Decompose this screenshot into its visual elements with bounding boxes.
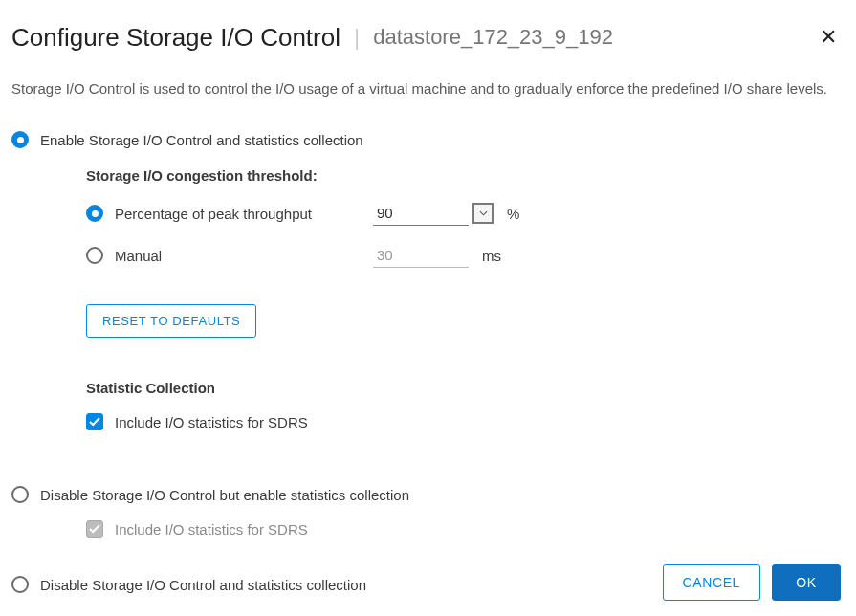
checkbox-disabled-icon (86, 520, 103, 538)
dialog-description: Storage I/O Control is used to control t… (11, 80, 845, 97)
dialog-title: Configure Storage I/O Control (11, 23, 340, 53)
datastore-name: datastore_172_23_9_192 (373, 25, 613, 50)
manual-input-group: ms (373, 243, 501, 268)
radio-unselected-icon[interactable] (11, 486, 29, 503)
include-sdrs-row[interactable]: Include I/O statistics for SDRS (86, 413, 845, 430)
threshold-manual-label: Manual (115, 248, 373, 264)
threshold-percentage-label: Percentage of peak throughput (115, 206, 373, 222)
include-sdrs-label: Include I/O statistics for SDRS (115, 414, 308, 430)
threshold-percentage-radio-group[interactable]: Percentage of peak throughput (86, 205, 373, 222)
percentage-unit: % (507, 206, 519, 222)
threshold-manual-radio-group[interactable]: Manual (86, 247, 373, 264)
radio-unselected-icon[interactable] (11, 576, 29, 593)
chevron-down-icon[interactable] (472, 203, 494, 224)
manual-input (373, 243, 469, 268)
dialog-header: Configure Storage I/O Control | datastor… (11, 11, 845, 71)
checkbox-checked-icon[interactable] (86, 413, 103, 430)
threshold-manual-row: Manual ms (86, 243, 845, 268)
cancel-button[interactable]: CANCEL (663, 564, 760, 601)
manual-unit: ms (482, 248, 501, 264)
option-disable-with-stats-row[interactable]: Disable Storage I/O Control but enable s… (11, 486, 845, 503)
threshold-section: Storage I/O congestion threshold: Percen… (86, 167, 845, 430)
header-divider: | (354, 26, 360, 49)
reset-to-defaults-button[interactable]: RESET TO DEFAULTS (86, 304, 256, 338)
ok-button[interactable]: OK (772, 564, 841, 601)
option-disable-with-stats-label: Disable Storage I/O Control but enable s… (40, 487, 409, 503)
threshold-title: Storage I/O congestion threshold: (86, 167, 845, 184)
threshold-percentage-row: Percentage of peak throughput % (86, 201, 845, 226)
option-enable-row[interactable]: Enable Storage I/O Control and statistic… (11, 131, 845, 148)
percentage-input[interactable] (373, 201, 469, 226)
percentage-input-group: % (373, 201, 519, 226)
radio-unselected-icon[interactable] (86, 247, 103, 264)
include-sdrs-disabled-label: Include I/O statistics for SDRS (115, 521, 308, 538)
option-enable-label: Enable Storage I/O Control and statistic… (40, 132, 363, 148)
include-sdrs-disabled-row: Include I/O statistics for SDRS (86, 520, 845, 538)
radio-selected-icon[interactable] (11, 131, 29, 148)
close-icon[interactable]: ✕ (812, 21, 845, 54)
statistic-collection-title: Statistic Collection (86, 380, 845, 396)
radio-selected-icon[interactable] (86, 205, 103, 222)
option-disable-all-label: Disable Storage I/O Control and statisti… (40, 577, 366, 593)
dialog-footer: CANCEL OK (663, 564, 841, 601)
